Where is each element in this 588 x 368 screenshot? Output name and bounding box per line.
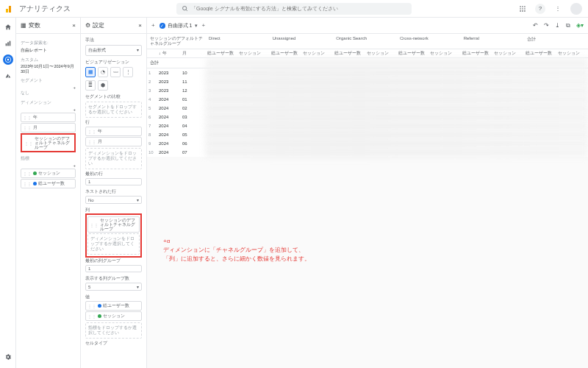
svg-point-0 <box>182 7 186 10</box>
dim-month[interactable]: ⋮⋮月 <box>21 123 76 132</box>
tab-dropdown-icon[interactable]: ▾ <box>195 23 198 29</box>
close-variables-icon[interactable]: × <box>72 22 76 29</box>
report-name[interactable]: 自由レポート <box>21 47 76 54</box>
top-bar: アナリティクス ? ⋮ <box>0 0 588 18</box>
val-sessions[interactable]: ⋮⋮セッション <box>85 311 142 321</box>
nav-rail <box>0 18 16 368</box>
nav-reports-icon[interactable] <box>3 38 13 49</box>
svg-point-3 <box>522 6 523 7</box>
nav-explore-icon[interactable] <box>3 54 13 65</box>
ch-total: 合計 <box>524 34 588 49</box>
table-row[interactable]: 1202310 <box>147 68 588 77</box>
row-year[interactable]: ⋮⋮年 <box>85 127 142 136</box>
add-metric-icon[interactable]: + <box>73 163 76 168</box>
viz-label: ビジュアリゼーション <box>85 59 142 66</box>
ch-unassigned: Unassigned <box>270 34 334 49</box>
annotation-text: +α ディメンションに「チャネルグループ」を追加して、 「列」に追加すると、さら… <box>163 237 310 263</box>
colper-input[interactable]: 5▾ <box>85 283 142 291</box>
viz-scatter-icon[interactable]: ⋮ <box>123 67 133 77</box>
add-segment-icon[interactable]: + <box>73 85 76 90</box>
dimensions-label: ディメンション <box>21 99 76 106</box>
nav-ads-icon[interactable] <box>3 71 13 81</box>
date-range[interactable]: 2023年10月1日〜2024年9月30日 <box>21 64 76 74</box>
viz-donut-icon[interactable]: ◔ <box>98 67 108 77</box>
start-row-input[interactable]: 1 <box>85 178 142 185</box>
ch-direct: Direct <box>206 34 270 49</box>
variables-icon: ▦ <box>21 22 26 29</box>
table-row[interactable]: 7202404 <box>147 121 588 130</box>
nav-admin-icon[interactable] <box>3 352 13 362</box>
table-row[interactable]: 9202406 <box>147 139 588 148</box>
start-row-label: 最初の行 <box>85 171 142 177</box>
viz-geo-icon[interactable]: ⬢ <box>98 80 108 91</box>
col-channel-group[interactable]: ⋮⋮セッションのデフォルトチャネルグループ <box>87 216 140 233</box>
table-row[interactable]: 3202312 <box>147 86 588 95</box>
add-dimension-icon[interactable]: + <box>73 107 76 112</box>
tab-freeform[interactable]: ✓ 自由形式 1 ▾ <box>159 22 198 29</box>
apps-icon[interactable] <box>517 4 528 14</box>
search-input[interactable] <box>191 6 407 11</box>
canvas-tabs: + ✓ 自由形式 1 ▾ + ↶ ↷ ⤓ ⧉ ◈▾ <box>147 18 588 34</box>
variables-title: 変数 <box>29 21 40 29</box>
svg-point-7 <box>524 8 526 10</box>
viz-line-icon[interactable]: 〰 <box>110 67 121 77</box>
col-dim-header: セッションのデフォルトチャネルグループ <box>147 34 206 49</box>
explore-table: セッションのデフォルトチャネルグループ Direct Unassigned Or… <box>147 34 588 157</box>
share-icon[interactable]: ⧉ <box>566 22 570 29</box>
values-drop[interactable]: 指標をドロップするか選択してください <box>85 322 142 339</box>
nav-home-icon[interactable] <box>3 22 13 32</box>
colgrp-input[interactable]: 1 <box>85 265 142 272</box>
technique-select[interactable]: 自由形式 ▾ <box>85 45 142 56</box>
dim-year[interactable]: ⋮⋮年 <box>21 113 76 122</box>
canvas: + ✓ 自由形式 1 ▾ + ↶ ↷ ⤓ ⧉ ◈▾ セッションのデフォルトチャネ… <box>147 18 588 368</box>
avatar[interactable] <box>570 3 582 15</box>
table-row[interactable]: 5202402 <box>147 104 588 113</box>
svg-rect-11 <box>5 43 7 46</box>
settings-title: 設定 <box>93 21 104 29</box>
nested-select[interactable]: No▾ <box>85 196 142 204</box>
more-icon[interactable]: ⋮ <box>553 4 563 14</box>
val-users[interactable]: ⋮⋮総ユーザー数 <box>85 301 142 311</box>
segcomp-label: セグメントの比較 <box>85 93 142 100</box>
col-drop[interactable]: ディメンションをドロップするか選択してください <box>87 233 140 255</box>
row-drop[interactable]: ディメンションをドロップするか選択してください <box>85 148 142 169</box>
table-row[interactable]: 6202403 <box>147 113 588 121</box>
technique-label: 手法 <box>85 37 142 43</box>
metric-sessions[interactable]: ⋮⋮セッション <box>21 169 76 178</box>
row-month[interactable]: ⋮⋮月 <box>85 137 142 146</box>
report-name-label: データ探索名: <box>21 40 76 46</box>
svg-point-6 <box>522 8 523 10</box>
close-settings-icon[interactable]: × <box>138 22 142 29</box>
svg-rect-13 <box>9 41 10 46</box>
ch-cross: Cross-network <box>397 34 461 49</box>
variables-pane: ▦変数 × データ探索名: 自由レポート カスタム 2023年10月1日〜202… <box>16 18 81 368</box>
ch-referral: Referral <box>461 34 525 49</box>
add-left-icon[interactable]: + <box>151 22 155 29</box>
undo-icon[interactable]: ↶ <box>533 22 538 29</box>
viz-bar-icon[interactable]: ≣ <box>85 80 96 91</box>
svg-point-2 <box>520 6 521 7</box>
redo-icon[interactable]: ↷ <box>544 22 549 29</box>
table-row[interactable]: 10202407 <box>147 148 588 157</box>
segment-drop[interactable]: セグメントをドロップするか選択してください <box>85 102 142 118</box>
svg-point-9 <box>522 10 523 12</box>
table-row[interactable]: 2202311 <box>147 77 588 86</box>
add-tab-icon[interactable]: + <box>202 22 206 29</box>
table-row[interactable]: 8202405 <box>147 130 588 139</box>
help-icon[interactable]: ? <box>535 4 545 14</box>
highlighted-dimension-box: ⋮⋮セッションのデフォルトチャネルグループ <box>21 133 76 152</box>
svg-point-15 <box>7 59 9 61</box>
sample-icon[interactable]: ◈▾ <box>576 22 584 29</box>
search-box[interactable] <box>176 3 412 15</box>
table-row[interactable]: 4202401 <box>147 95 588 104</box>
svg-point-5 <box>520 8 521 10</box>
viz-table-icon[interactable]: ▦ <box>85 67 96 77</box>
download-icon[interactable]: ⤓ <box>555 22 560 29</box>
metric-users[interactable]: ⋮⋮総ユーザー数 <box>21 179 76 188</box>
ga-logo-icon <box>6 5 13 13</box>
values-label: 値 <box>85 294 142 300</box>
nested-label: ネストされた行 <box>85 188 142 195</box>
ch-organic: Organic Search <box>333 34 397 49</box>
svg-point-10 <box>524 10 526 12</box>
dim-channel-group[interactable]: ⋮⋮セッションのデフォルトチャネルグループ <box>23 135 74 150</box>
